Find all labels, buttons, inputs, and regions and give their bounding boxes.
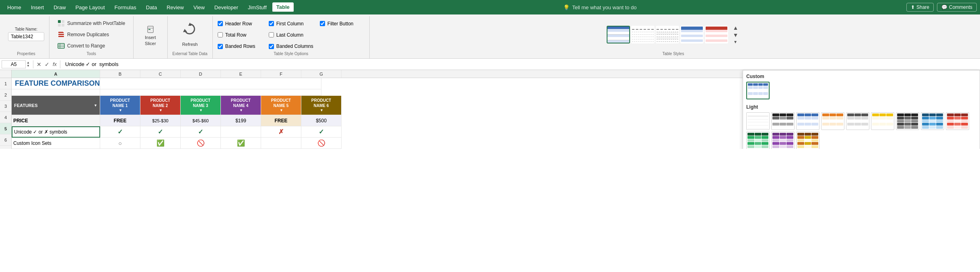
cell-g3[interactable]: PRODUCT NAME 6 ▼ <box>301 96 342 115</box>
arrow-down-icon[interactable]: ▼ <box>27 64 30 68</box>
col-header-a[interactable]: A <box>12 70 100 78</box>
menu-table[interactable]: Table <box>272 2 294 12</box>
cell-c5[interactable]: ✓ <box>140 126 181 138</box>
last-column-checkbox-label[interactable]: Last Column <box>269 32 313 38</box>
cell-e5[interactable] <box>221 126 261 138</box>
header-row-checkbox[interactable] <box>218 21 223 26</box>
cell-e6[interactable]: ✅ <box>221 138 261 149</box>
scroll-more-icon[interactable]: ▾ <box>734 39 737 45</box>
menu-draw[interactable]: Draw <box>49 3 70 12</box>
table-style-swatch-4[interactable] <box>680 26 704 43</box>
features-dropdown-arrow[interactable]: ▼ <box>94 103 97 107</box>
table-style-swatch-2[interactable] <box>631 26 655 43</box>
cell-b3[interactable]: PRODUCT NAME 1 ▼ <box>100 96 140 115</box>
cell-d4[interactable]: $45-$60 <box>181 115 221 126</box>
cancel-formula-icon[interactable]: ✕ <box>37 61 41 68</box>
col-header-g[interactable]: G <box>301 70 342 78</box>
cell-a4[interactable]: PRICE <box>12 115 100 126</box>
menu-page-layout[interactable]: Page Layout <box>72 3 109 12</box>
cell-a6[interactable]: Custom Icon Sets <box>12 138 100 149</box>
light-swatch-12[interactable] <box>796 132 819 149</box>
table-style-swatch-5[interactable] <box>705 26 728 43</box>
p4-dropdown[interactable]: ▼ <box>239 108 243 113</box>
light-swatch-9[interactable] <box>946 112 969 130</box>
light-swatch-10[interactable] <box>746 132 770 149</box>
formula-input[interactable] <box>64 61 978 67</box>
cell-g5[interactable]: ✓ <box>301 126 342 138</box>
light-swatch-6[interactable] <box>871 112 894 130</box>
menu-home[interactable]: Home <box>3 3 25 12</box>
search-label[interactable]: Tell me what you want to do <box>572 4 636 10</box>
light-swatch-11[interactable] <box>771 132 795 149</box>
cell-a2[interactable] <box>12 89 100 96</box>
cell-c3[interactable]: PRODUCT NAME 2 ▼ <box>140 96 181 115</box>
cell-f6[interactable] <box>261 138 301 149</box>
menu-review[interactable]: Review <box>163 3 188 12</box>
cell-a3[interactable]: FEATURES ▼ <box>12 96 100 115</box>
filter-button-checkbox[interactable] <box>320 21 325 26</box>
first-column-checkbox-label[interactable]: First Column <box>269 21 313 27</box>
col-header-c[interactable]: C <box>140 70 181 78</box>
light-swatch-3[interactable] <box>796 112 819 130</box>
refresh-button[interactable]: Refresh <box>175 19 204 49</box>
table-name-input[interactable] <box>8 32 44 41</box>
cell-b5[interactable]: ✓ <box>100 126 140 138</box>
menu-jimstuff[interactable]: JimStuff <box>244 3 271 12</box>
col-header-e[interactable]: E <box>221 70 261 78</box>
cell-f3[interactable]: PRODUCT NAME 5 ▼ <box>261 96 301 115</box>
cell-b2[interactable] <box>100 89 321 96</box>
cell-c4[interactable]: $25-$30 <box>140 115 181 126</box>
menu-formulas[interactable]: Formulas <box>111 3 140 12</box>
confirm-formula-icon[interactable]: ✓ <box>45 61 49 68</box>
header-row-checkbox-label[interactable]: Header Row <box>218 21 262 27</box>
light-swatch-7[interactable] <box>896 112 919 130</box>
cell-g4[interactable]: $500 <box>301 115 342 126</box>
light-swatch-1[interactable] <box>746 112 770 130</box>
total-row-checkbox-label[interactable]: Total Row <box>218 32 262 38</box>
share-button[interactable]: ⬆ Share <box>906 3 934 12</box>
cell-e3[interactable]: PRODUCT NAME 4 ▼ <box>221 96 261 115</box>
col-header-d[interactable]: D <box>181 70 221 78</box>
cell-ref-arrows[interactable]: ▲ ▼ <box>27 61 30 68</box>
p3-dropdown[interactable]: ▼ <box>199 108 203 113</box>
custom-swatch-1[interactable] <box>746 82 770 99</box>
fx-icon[interactable]: fx <box>53 61 57 67</box>
p6-dropdown[interactable]: ▼ <box>320 108 323 113</box>
light-swatch-8[interactable] <box>921 112 944 130</box>
cell-b1[interactable] <box>100 78 321 89</box>
cell-d6[interactable]: 🚫 <box>181 138 221 149</box>
cell-f4[interactable]: FREE <box>261 115 301 126</box>
banded-rows-checkbox-label[interactable]: Banded Rows <box>218 43 262 49</box>
p5-dropdown[interactable]: ▼ <box>280 108 283 113</box>
light-swatch-4[interactable] <box>821 112 844 130</box>
menu-developer[interactable]: Developer <box>210 3 242 12</box>
cell-a1[interactable]: FEATURE COMPARISON <box>12 78 100 89</box>
scroll-down-icon[interactable]: ▼ <box>733 32 739 38</box>
remove-duplicates-button[interactable]: Remove Duplicates <box>54 30 128 39</box>
cell-reference-input[interactable] <box>2 60 26 68</box>
cell-a5[interactable]: Unicode ✓ or ✗ symbols <box>12 126 100 138</box>
cell-f5[interactable]: ✗ <box>261 126 301 138</box>
insert-slicer-button[interactable]: InsertSlicer <box>138 23 163 49</box>
last-column-checkbox[interactable] <box>269 32 274 37</box>
menu-insert[interactable]: Insert <box>27 3 48 12</box>
banded-columns-checkbox-label[interactable]: Banded Columns <box>269 43 313 49</box>
cell-e4[interactable]: $199 <box>221 115 261 126</box>
scroll-up-icon[interactable]: ▲ <box>733 25 739 31</box>
menu-view[interactable]: View <box>189 3 209 12</box>
filter-button-checkbox-label[interactable]: Filter Button <box>320 21 364 27</box>
cell-d5[interactable]: ✓ <box>181 126 221 138</box>
first-column-checkbox[interactable] <box>269 21 274 26</box>
p2-dropdown[interactable]: ▼ <box>159 108 163 113</box>
convert-to-range-button[interactable]: Convert to Range <box>54 41 128 51</box>
pivot-table-button[interactable]: Summarize with PivotTable <box>54 19 128 28</box>
table-style-swatch-3[interactable] <box>656 26 679 43</box>
table-style-swatch-1[interactable] <box>607 26 630 43</box>
table-styles-scroll[interactable]: ▲ ▼ ▾ <box>731 24 740 45</box>
cell-b4[interactable]: FREE <box>100 115 140 126</box>
light-swatch-2[interactable] <box>771 112 795 130</box>
cell-b6[interactable]: ○ <box>100 138 140 149</box>
light-swatch-5[interactable] <box>846 112 869 130</box>
comments-button[interactable]: 💬 Comments <box>937 3 977 12</box>
cell-g6[interactable]: 🚫 <box>301 138 342 149</box>
